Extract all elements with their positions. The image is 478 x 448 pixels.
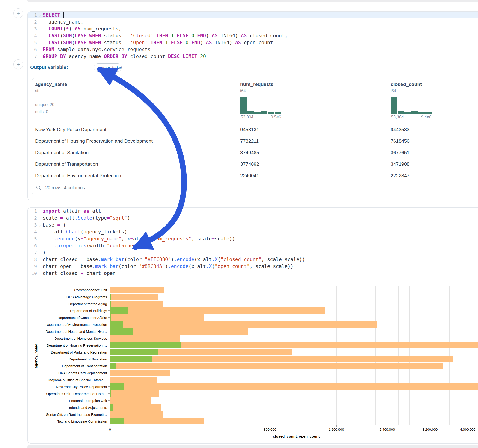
code-line[interactable]: 10chart_closed + chart_open: [28, 270, 478, 277]
table-cell: Department of Transportation: [32, 158, 238, 170]
code-line[interactable]: 6 .properties(width="container"): [28, 242, 478, 249]
chart-row: Department of Housing Preservation …: [28, 342, 478, 349]
table-cell: 3471908: [388, 158, 478, 170]
chart-row: New York City Police Department: [28, 383, 478, 390]
open-count-bar: [110, 294, 111, 300]
line-number: 4: [28, 228, 40, 235]
open-count-bar: [110, 328, 132, 335]
code-line[interactable]: 5 CAST(SUM(CASE WHEN status = 'Open' THE…: [28, 39, 478, 46]
code-line[interactable]: 7GROUP BY agency_name ORDER BY closed_co…: [28, 53, 478, 60]
code-line[interactable]: 3⌄base = (: [28, 221, 478, 228]
open-count-bar: [110, 384, 124, 390]
chart-row: Department of Buildings: [28, 307, 478, 314]
code-line[interactable]: 5 .encode(y="agency_name", x=alt.X("num_…: [28, 235, 478, 242]
histogram-bar: [247, 111, 254, 114]
code-line[interactable]: 1⌄SELECT: [28, 12, 478, 19]
code-text: .encode(y="agency_name", x=alt.X("num_re…: [40, 235, 235, 242]
closed-count-bar: [110, 411, 163, 417]
y-axis-tick: [108, 331, 110, 331]
column-type: i64: [391, 88, 396, 93]
histogram-bar: [254, 112, 261, 114]
histogram-bar: [275, 112, 281, 114]
code-text: agency_name,: [40, 19, 83, 25]
line-number: 7: [28, 53, 40, 60]
sql-cell: 1⌄SELECT 2 agency_name,3 COUNT(*) AS num…: [27, 11, 478, 200]
table-cell: 2240041: [238, 170, 388, 181]
closed-count-bar: [110, 335, 180, 342]
sql-editor[interactable]: 1⌄SELECT 2 agency_name,3 COUNT(*) AS num…: [28, 12, 478, 60]
x-axis-tick-label: 1,600,000: [320, 428, 352, 431]
python-editor[interactable]: 1import altair as alt2scale = alt.Scale(…: [28, 208, 478, 277]
line-number: 10: [28, 270, 40, 277]
histogram-bar: [425, 112, 432, 114]
code-line[interactable]: 2 agency_name,: [28, 19, 478, 25]
table-cell: 2222847: [388, 170, 478, 181]
histogram-bar: [418, 112, 425, 114]
fold-chevron-icon[interactable]: ⌄: [39, 12, 41, 19]
y-axis-label: Department of Sanitation: [31, 357, 107, 361]
open-count-bar: [110, 418, 124, 424]
table-cell: 9453131: [238, 124, 388, 135]
y-axis-tick: [108, 352, 110, 352]
column-meta: unique: 20: [35, 102, 54, 107]
code-line[interactable]: 3 COUNT(*) AS num_requests,: [28, 25, 478, 32]
closed-count-bar: [110, 321, 377, 328]
code-text: chart_open = base.mark_bar(color="#8BC34…: [40, 263, 293, 270]
histogram-min-label: 53,304: [241, 115, 253, 120]
add-cell-button-middle[interactable]: +: [13, 59, 23, 69]
code-line[interactable]: 7): [28, 249, 478, 256]
column-header-num_requests[interactable]: num_requestsi6453,3049.5e6: [238, 78, 388, 124]
code-text: FROM sample_data.nyc.service_requests: [40, 46, 151, 53]
add-cell-button-top[interactable]: +: [13, 8, 23, 18]
line-number: 9: [28, 263, 40, 270]
table-cell: 9443533: [388, 124, 478, 135]
column-type: str: [35, 88, 40, 93]
code-line[interactable]: 8chart_closed = base.mark_bar(color="#FF…: [28, 256, 478, 263]
fold-chevron-icon[interactable]: ⌄: [39, 222, 41, 229]
code-text: chart_closed + chart_open: [40, 270, 115, 277]
x-axis-tick-label: 4,000,000: [452, 428, 478, 431]
code-line[interactable]: 2scale = alt.Scale(type="sqrt"): [28, 215, 478, 221]
line-number: 4: [28, 32, 40, 39]
line-number: 7: [28, 249, 40, 256]
code-line[interactable]: 4 alt.Chart(agency_tickets): [28, 228, 478, 235]
histogram-min-label: 53,304: [391, 115, 404, 120]
column-histogram: 53,3049.4e6: [391, 97, 433, 119]
closed-count-bar: [110, 287, 164, 293]
y-axis-tick: [108, 407, 110, 407]
y-axis-tick: [108, 311, 110, 311]
search-icon[interactable]: [36, 185, 42, 191]
table-row[interactable]: Department of Sanitation37494853677651: [32, 147, 478, 158]
code-line[interactable]: 4 CAST(SUM(CASE WHEN status = 'Closed' T…: [28, 32, 478, 39]
table-row[interactable]: Department of Environmental Protection22…: [32, 170, 478, 181]
y-axis-label: Department of Buildings: [31, 309, 107, 313]
chart-row: Department of Homeless Services: [28, 335, 478, 342]
chart-row: Taxi and Limousine Commission: [28, 418, 478, 425]
closed-count-bar: [110, 300, 163, 307]
histogram-bar: [404, 112, 411, 114]
column-name: num_requests: [240, 81, 273, 87]
column-header-agency_name[interactable]: agency_namestrunique: 20nulls: 0: [32, 78, 238, 124]
line-number: 2: [28, 19, 40, 25]
table-row[interactable]: Department of Housing Preservation and D…: [32, 135, 478, 147]
open-count-bar: [110, 363, 116, 369]
closed-count-bar: [110, 418, 204, 424]
code-text: COUNT(*) AS num_requests,: [40, 25, 121, 32]
code-line[interactable]: 9chart_open = base.mark_bar(color="#8BC3…: [28, 263, 478, 270]
line-number: 8: [28, 256, 40, 263]
table-row[interactable]: Department of Transportation377489234719…: [32, 158, 478, 170]
code-line[interactable]: 6FROM sample_data.nyc.service_requests: [28, 46, 478, 53]
column-header-closed_count[interactable]: closed_counti6453,3049.4e6: [388, 78, 478, 124]
code-line[interactable]: 1import altair as alt: [28, 208, 478, 215]
x-axis-tick: [110, 425, 110, 427]
y-axis-label: Mayorâ€ s Office of Special Enforce…: [31, 378, 107, 382]
table-row[interactable]: New York City Police Department945313194…: [32, 124, 478, 135]
line-number: 1⌄: [28, 12, 40, 19]
x-axis-tick-label: 800,000: [254, 428, 286, 431]
y-axis-label: Department of Environmental Protection: [31, 323, 107, 327]
x-axis-tick: [468, 425, 468, 427]
code-text: CAST(SUM(CASE WHEN status = 'Closed' THE…: [40, 32, 288, 39]
histogram-max-label: 9.5e6: [271, 115, 281, 120]
output-variable-pill[interactable]: agency_tickets: [94, 63, 122, 72]
x-axis-tick-label: 3,200,000: [414, 428, 446, 431]
